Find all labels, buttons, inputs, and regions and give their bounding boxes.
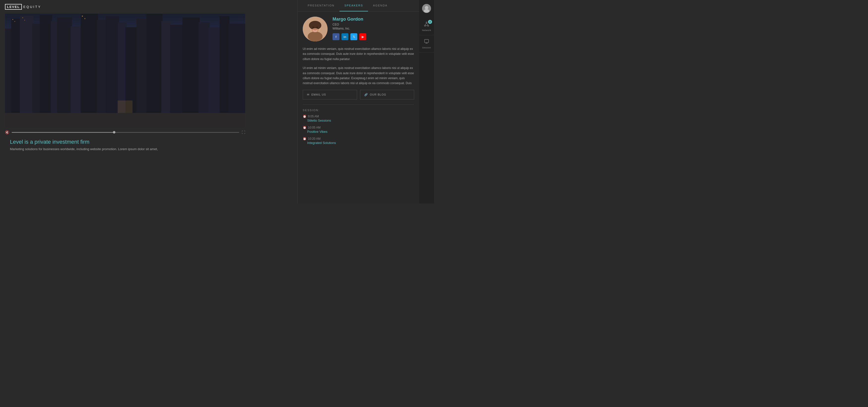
svg-rect-8 bbox=[71, 26, 82, 128]
progress-bar[interactable] bbox=[12, 132, 239, 133]
session-time-value-3: 10:20 AM bbox=[308, 137, 320, 140]
svg-point-43 bbox=[424, 9, 429, 13]
svg-point-44 bbox=[426, 22, 427, 23]
svg-rect-7 bbox=[57, 18, 72, 128]
svg-rect-17 bbox=[170, 25, 184, 128]
session-label: Session bbox=[422, 46, 431, 49]
svg-rect-11 bbox=[105, 16, 119, 128]
speaker-name: Margo Gordon bbox=[333, 17, 414, 22]
video-container: 🔇 ⛶ Level is a private investment firm M… bbox=[5, 14, 245, 151]
header: LEVEL EQUITY bbox=[0, 0, 298, 14]
far-right-sidebar: 2 Network Session bbox=[419, 0, 434, 204]
tab-agenda[interactable]: AGENDA bbox=[368, 0, 392, 11]
video-controls: 🔇 ⛶ bbox=[5, 128, 245, 137]
svg-point-39 bbox=[312, 27, 314, 28]
blog-btn-label: OUR BLOG bbox=[370, 93, 386, 96]
email-icon: ✉ bbox=[307, 93, 309, 96]
sidebar-item-network[interactable]: 2 Network bbox=[419, 18, 434, 35]
tab-speakers[interactable]: SPEAKERS bbox=[339, 0, 368, 11]
speaker-info: Margo Gordon CEO Williams, Inc. f in 𝕏 ▶ bbox=[333, 17, 414, 41]
sidebar-item-session[interactable]: Session bbox=[419, 35, 434, 53]
svg-rect-4 bbox=[32, 24, 41, 128]
link-icon: 🔗 bbox=[364, 93, 368, 96]
speaker-company: Williams, Inc. bbox=[333, 27, 414, 30]
tabs-container: PRESENTATION SPEAKERS AGENDA bbox=[298, 0, 419, 12]
svg-rect-22 bbox=[228, 24, 245, 128]
svg-rect-10 bbox=[97, 20, 107, 128]
speaker-content: Margo Gordon CEO Williams, Inc. f in 𝕏 ▶… bbox=[298, 12, 419, 204]
session-item-2: ⏰ 10:05 AM Positive Vibes bbox=[303, 126, 414, 133]
clock-icon-2: ⏰ bbox=[303, 126, 306, 129]
logo: LEVEL EQUITY bbox=[5, 4, 41, 10]
svg-rect-9 bbox=[81, 14, 98, 128]
speaker-bio-2: Ut enim ad minim veniam, quis nostrud ex… bbox=[303, 65, 414, 86]
right-panel: PRESENTATION SPEAKERS AGENDA bbox=[298, 0, 419, 204]
logo-level-text: LEVEL bbox=[5, 4, 22, 10]
action-buttons: ✉ EMAIL US 🔗 OUR BLOG bbox=[303, 90, 414, 99]
session-name-2[interactable]: Positive Vibes bbox=[307, 130, 414, 133]
svg-rect-20 bbox=[209, 27, 221, 128]
svg-rect-2 bbox=[11, 19, 21, 128]
sessions-label: SESSION: bbox=[303, 109, 414, 112]
svg-point-40 bbox=[316, 27, 318, 28]
svg-rect-18 bbox=[182, 18, 200, 128]
svg-point-42 bbox=[425, 6, 428, 9]
svg-rect-16 bbox=[161, 21, 171, 128]
session-time-1: ⏰ 9:05 AM bbox=[303, 115, 414, 118]
svg-rect-50 bbox=[425, 39, 429, 43]
twitter-icon[interactable]: 𝕏 bbox=[350, 33, 357, 40]
facebook-icon[interactable]: f bbox=[333, 33, 339, 40]
session-name-1[interactable]: Stiletto Sessions bbox=[307, 119, 414, 122]
session-time-2: ⏰ 10:05 AM bbox=[303, 126, 414, 129]
svg-point-45 bbox=[424, 25, 426, 26]
email-us-button[interactable]: ✉ EMAIL US bbox=[303, 90, 357, 99]
video-player[interactable] bbox=[5, 14, 245, 128]
tab-presentation[interactable]: PRESENTATION bbox=[303, 0, 339, 11]
user-avatar[interactable] bbox=[422, 4, 431, 13]
video-content bbox=[5, 14, 245, 128]
svg-rect-14 bbox=[136, 19, 148, 128]
youtube-icon[interactable]: ▶ bbox=[359, 33, 366, 40]
svg-point-34 bbox=[308, 32, 322, 41]
svg-rect-26 bbox=[24, 20, 25, 21]
svg-rect-15 bbox=[146, 14, 162, 128]
session-item-1: ⏰ 9:05 AM Stiletto Sessions bbox=[303, 115, 414, 122]
network-label: Network bbox=[422, 29, 431, 32]
session-name-3[interactable]: Integrated Solutions bbox=[307, 141, 414, 145]
volume-icon[interactable]: 🔇 bbox=[5, 130, 9, 134]
svg-rect-21 bbox=[220, 16, 229, 128]
svg-rect-31 bbox=[5, 113, 245, 128]
video-title: Level is a private investment firm bbox=[10, 139, 240, 145]
sessions-section: SESSION: ⏰ 9:05 AM Stiletto Sessions ⏰ 1… bbox=[303, 104, 414, 145]
speaker-header: Margo Gordon CEO Williams, Inc. f in 𝕏 ▶ bbox=[303, 17, 414, 41]
svg-rect-19 bbox=[198, 22, 210, 128]
svg-rect-25 bbox=[22, 18, 23, 18]
svg-line-47 bbox=[425, 23, 427, 25]
clock-icon-1: ⏰ bbox=[303, 115, 306, 118]
video-text-area: Level is a private investment firm Marke… bbox=[5, 137, 245, 151]
session-time-value-2: 10:05 AM bbox=[308, 126, 320, 129]
svg-rect-28 bbox=[84, 18, 85, 19]
svg-rect-5 bbox=[40, 15, 52, 128]
session-time-3: ⏰ 10:20 AM bbox=[303, 137, 414, 140]
svg-rect-3 bbox=[20, 16, 33, 128]
speaker-avatar bbox=[303, 17, 328, 41]
svg-rect-27 bbox=[82, 15, 83, 17]
session-icon bbox=[424, 39, 429, 45]
fullscreen-icon[interactable]: ⛶ bbox=[242, 130, 245, 134]
network-badge: 2 bbox=[428, 20, 432, 24]
session-item-3: ⏰ 10:20 AM Integrated Solutions bbox=[303, 137, 414, 145]
logo-equity-text: EQUITY bbox=[23, 5, 41, 9]
svg-point-46 bbox=[428, 25, 429, 26]
speaker-title: CEO bbox=[333, 23, 414, 26]
session-time-value-1: 9:05 AM bbox=[308, 115, 319, 118]
clock-icon-3: ⏰ bbox=[303, 137, 306, 140]
progress-indicator bbox=[113, 131, 115, 133]
svg-rect-24 bbox=[14, 21, 15, 22]
email-btn-label: EMAIL US bbox=[311, 93, 326, 96]
social-icons: f in 𝕏 ▶ bbox=[333, 33, 414, 40]
speaker-bio-1: Ut enim ad minim veniam, quis nostrud ex… bbox=[303, 46, 414, 62]
svg-line-48 bbox=[427, 23, 428, 25]
our-blog-button[interactable]: 🔗 OUR BLOG bbox=[360, 90, 414, 99]
linkedin-icon[interactable]: in bbox=[341, 33, 348, 40]
